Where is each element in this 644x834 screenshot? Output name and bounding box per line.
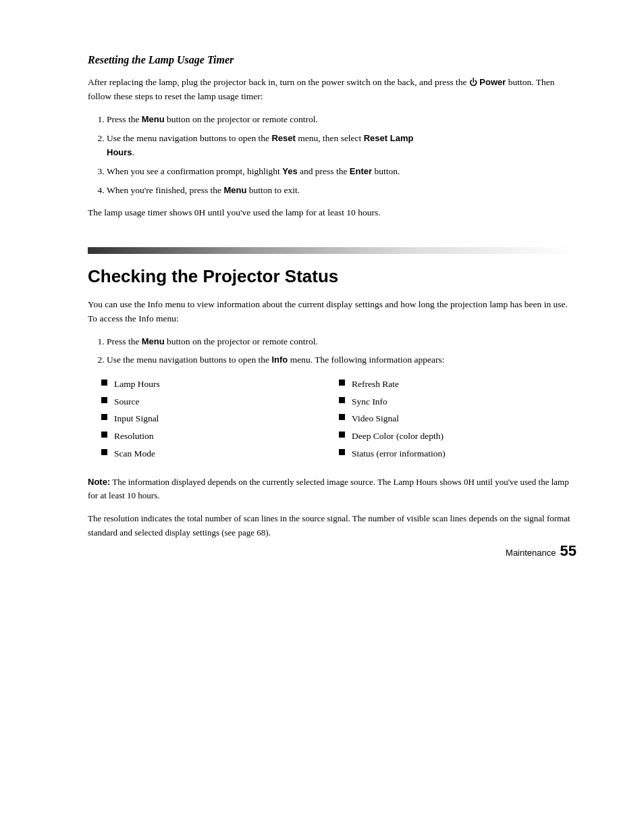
lamp-intro-text: After replacing the lamp, plug the proje… [88,77,467,87]
lamp-step2-reset: Reset [271,133,295,143]
bullet-column-left: Lamp Hours Source Input Signal Resolutio… [101,377,339,463]
bullet-square-icon [339,414,345,420]
bullet-square-icon [339,380,345,386]
resolution-note: The resolution indicates the total numbe… [88,512,576,539]
lamp-step4-menu: Menu [223,185,246,195]
bullet-source: Source [101,394,339,409]
projector-steps-list: Press the Menu button on the projector o… [107,334,576,368]
bullet-scan-mode-text: Scan Mode [114,446,155,461]
bullet-input-signal-text: Input Signal [114,411,159,426]
bullet-refresh-rate-text: Refresh Rate [352,377,399,392]
bullet-deep-color: Deep Color (color depth) [339,429,576,444]
bullet-refresh-rate: Refresh Rate [339,377,576,392]
bullet-square-icon [101,432,107,438]
footer-label: Maintenance [506,548,556,558]
bullet-status: Status (error information) [339,446,576,461]
bullet-source-text: Source [114,394,140,409]
lamp-steps-list: Press the Menu button on the projector o… [107,112,576,198]
bullet-column-right: Refresh Rate Sync Info Video Signal Deep… [339,377,576,463]
bullet-scan-mode: Scan Mode [101,446,339,461]
section-divider [88,247,576,254]
projector-section: Checking the Projector Status You can us… [88,266,576,540]
bullet-square-icon [101,397,107,403]
note-block: Note: The information displayed depends … [88,475,576,502]
projector-section-heading: Checking the Projector Status [88,266,576,287]
bullet-deep-color-text: Deep Color (color depth) [352,429,444,444]
proj-step2-info: Info [271,355,288,365]
page-footer: Maintenance 55 [506,542,576,560]
bullet-square-icon [101,449,107,455]
bullet-sync-info: Sync Info [339,394,576,409]
page-container: Resetting the Lamp Usage Timer After rep… [0,0,644,594]
note-text: The information displayed depends on the… [88,477,569,500]
bullet-lamp-hours: Lamp Hours [101,377,339,392]
lamp-step-4: When you're finished, press the Menu but… [107,183,576,198]
footer-page-number: 55 [560,542,576,560]
bullet-square-icon [339,432,345,438]
lamp-section-heading: Resetting the Lamp Usage Timer [88,54,576,66]
lamp-intro-paragraph: After replacing the lamp, plug the proje… [88,76,576,104]
proj-step1-menu: Menu [142,336,165,346]
bullet-sync-info-text: Sync Info [352,394,387,409]
bullet-resolution: Resolution [101,429,339,444]
bullet-resolution-text: Resolution [114,429,154,444]
bullet-grid: Lamp Hours Source Input Signal Resolutio… [101,377,576,463]
lamp-step1-menu: Menu [142,114,165,124]
bullet-input-signal: Input Signal [101,411,339,426]
lamp-section: Resetting the Lamp Usage Timer After rep… [88,54,576,220]
lamp-step-3: When you see a confirmation prompt, high… [107,164,576,179]
power-icon: ⏻ [469,78,477,87]
bullet-video-signal: Video Signal [339,411,576,426]
lamp-step3-enter: Enter [350,166,372,176]
bullet-lamp-hours-text: Lamp Hours [114,377,160,392]
lamp-step-2: Use the menu navigation buttons to open … [107,131,576,161]
lamp-footer-note: The lamp usage timer shows 0H until you'… [88,206,576,220]
projector-step-2: Use the menu navigation buttons to open … [107,353,576,367]
note-label: Note: [88,477,110,487]
bullet-square-icon [101,414,107,420]
lamp-step3-yes: Yes [282,166,297,176]
projector-step-1: Press the Menu button on the projector o… [107,334,576,349]
bullet-status-text: Status (error information) [352,446,446,461]
projector-intro: You can use the Info menu to view inform… [88,298,576,326]
lamp-step-1: Press the Menu button on the projector o… [107,112,576,127]
bullet-video-signal-text: Video Signal [352,411,399,426]
bullet-square-icon [339,397,345,403]
bullet-square-icon [101,380,107,386]
bullet-square-icon [339,449,345,455]
power-label: Power [479,77,506,87]
lamp-step2-reset-lamp: Reset LampHours [107,133,413,158]
